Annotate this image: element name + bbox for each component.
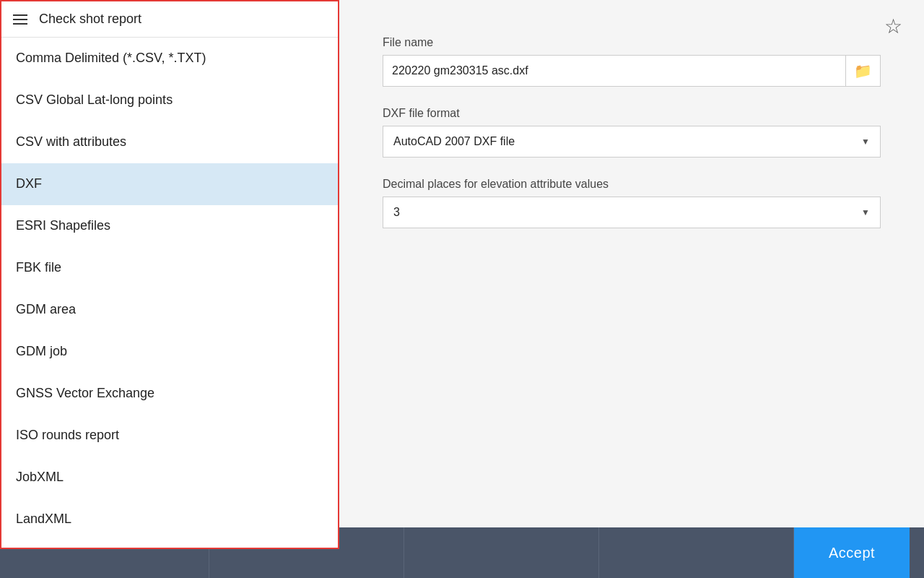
hamburger-icon[interactable] xyxy=(13,14,27,25)
toolbar-slot-3 xyxy=(404,527,599,578)
list-header: Check shot report xyxy=(1,1,338,38)
decimal-section: Decimal places for elevation attribute v… xyxy=(383,178,881,228)
file-name-label: File name xyxy=(383,36,881,49)
list-item-csv-global-lat-long[interactable]: CSV Global Lat-long points xyxy=(1,79,338,121)
toolbar-slot-4 xyxy=(599,527,794,578)
dxf-format-value: AutoCAD 2007 DXF file xyxy=(393,135,515,148)
decimal-label: Decimal places for elevation attribute v… xyxy=(383,178,881,191)
export-format-list: Comma Delimited (*.CSV, *.TXT)CSV Global… xyxy=(1,38,338,549)
list-item-gdm-job[interactable]: GDM job xyxy=(1,331,338,373)
list-item-local-grid-coordinates[interactable]: Local grid coordinates xyxy=(1,540,338,549)
file-name-section: File name 📁 xyxy=(383,36,881,87)
list-item-landxml[interactable]: LandXML xyxy=(1,499,338,540)
dxf-format-dropdown-arrow: ▼ xyxy=(861,137,870,147)
list-item-fbk-file[interactable]: FBK file xyxy=(1,247,338,289)
list-item-gnss-vector-exchange[interactable]: GNSS Vector Exchange xyxy=(1,373,338,415)
dxf-format-select[interactable]: AutoCAD 2007 DXF file ▼ xyxy=(383,126,881,158)
list-item-iso-rounds-report[interactable]: ISO rounds report xyxy=(1,415,338,457)
dxf-format-section: DXF file format AutoCAD 2007 DXF file ▼ xyxy=(383,107,881,158)
list-item-esri-shapefiles[interactable]: ESRI Shapefiles xyxy=(1,205,338,247)
list-item-dxf[interactable]: DXF xyxy=(1,163,338,205)
star-button[interactable]: ☆ xyxy=(884,14,902,38)
list-item-comma-delimited[interactable]: Comma Delimited (*.CSV, *.TXT) xyxy=(1,38,338,79)
main-container: Check shot report Comma Delimited (*.CSV… xyxy=(0,0,924,578)
star-icon: ☆ xyxy=(884,15,902,38)
decimal-value: 3 xyxy=(393,206,400,219)
list-item-gdm-area[interactable]: GDM area xyxy=(1,289,338,331)
right-panel: ☆ File name 📁 DXF file format AutoCAD 20… xyxy=(339,0,924,527)
decimal-dropdown-arrow: ▼ xyxy=(861,207,870,217)
folder-button[interactable]: 📁 xyxy=(846,55,881,87)
accept-button[interactable]: Accept xyxy=(794,527,910,578)
dxf-format-label: DXF file format xyxy=(383,107,881,120)
list-item-jobxml[interactable]: JobXML xyxy=(1,457,338,499)
file-name-input[interactable] xyxy=(383,55,846,87)
first-list-item-header: Check shot report xyxy=(39,12,141,27)
file-name-row: 📁 xyxy=(383,55,881,87)
folder-icon: 📁 xyxy=(854,62,872,79)
decimal-select[interactable]: 3 ▼ xyxy=(383,197,881,228)
list-item-csv-with-attributes[interactable]: CSV with attributes xyxy=(1,121,338,163)
left-panel: Check shot report Comma Delimited (*.CSV… xyxy=(0,0,339,549)
